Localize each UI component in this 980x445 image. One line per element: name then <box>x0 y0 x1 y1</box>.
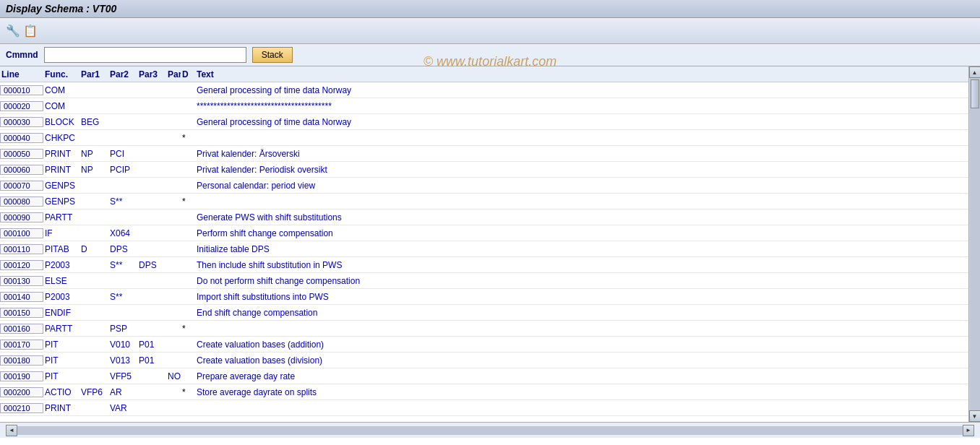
cell-line: 000110 <box>0 244 43 254</box>
cell-func: GENPS <box>43 196 79 207</box>
bottom-bar: ◄ ► <box>0 422 980 438</box>
col-header-text: Text <box>195 69 968 79</box>
cell-func: PIT <box>43 371 79 381</box>
cell-func: GENPS <box>43 181 79 191</box>
cell-line: 000030 <box>0 117 43 127</box>
table-row[interactable]: 000020 COM *****************************… <box>0 98 968 114</box>
cell-func: ACTIO <box>43 387 79 397</box>
cmd-bar: Cmmnd Stack <box>0 44 980 66</box>
table-row[interactable]: 000210 PRINT VAR <box>0 400 968 416</box>
cell-text: Import shift substitutions into PWS <box>195 292 968 302</box>
cell-func: PIT <box>43 355 79 366</box>
cell-line: 000180 <box>0 355 43 366</box>
cell-d: * <box>181 324 195 334</box>
cell-func: PARTT <box>43 212 79 222</box>
table-row[interactable]: 000200 ACTIO VFP6 AR * Store average day… <box>0 384 968 400</box>
title-bar: Display Schema : VT00 <box>0 0 980 18</box>
cell-text: Initialize table DPS <box>195 244 968 254</box>
cell-func: ENDIF <box>43 308 79 318</box>
cell-par2: S** <box>108 196 137 207</box>
table-row[interactable]: 000010 COM General processing of time da… <box>0 82 968 98</box>
table-row[interactable]: 000050 PRINT NP PCI Privat kalender: Års… <box>0 146 968 162</box>
cell-par2: V013 <box>108 355 137 366</box>
cell-func: PRINT <box>43 165 79 175</box>
cell-par2: AR <box>108 387 137 397</box>
scroll-up-arrow[interactable]: ▲ <box>969 66 981 78</box>
table-row[interactable]: 000190 PIT VFP5 NOAB Prepare average day… <box>0 368 968 384</box>
scroll-down-arrow[interactable]: ▼ <box>969 410 981 422</box>
cell-par1: VFP6 <box>79 387 108 397</box>
cell-par2: PSP <box>108 324 137 334</box>
toolbar: 🔧 📋 <box>0 18 980 44</box>
cell-text: **************************************** <box>195 101 968 111</box>
table-row[interactable]: 000100 IF X064 Perform shift change comp… <box>0 225 968 241</box>
cell-par2: PCIP <box>108 165 137 175</box>
cell-text: Do not perform shift change compensation <box>195 276 968 286</box>
cell-text: General processing of time data Norway <box>195 117 968 127</box>
cell-text: Privat kalender: Årsoverski <box>195 149 968 159</box>
cell-line: 000140 <box>0 292 43 302</box>
table-row[interactable]: 000070 GENPS Personal calendar: period v… <box>0 178 968 194</box>
table-row[interactable]: 000140 P2003 S** Import shift substituti… <box>0 289 968 305</box>
cell-func: ELSE <box>43 276 79 286</box>
table-row[interactable]: 000150 ENDIF End shift change compensati… <box>0 305 968 321</box>
table-row[interactable]: 000030 BLOCK BEG General processing of t… <box>0 114 968 130</box>
cell-par3: DPS <box>137 260 166 270</box>
cell-func: PITAB <box>43 244 79 254</box>
cell-par2: VAR <box>108 403 137 413</box>
cell-line: 000060 <box>0 165 43 175</box>
cell-func: PARTT <box>43 324 79 334</box>
table-row[interactable]: 000180 PIT V013 P01 Create valuation bas… <box>0 353 968 368</box>
cell-line: 000070 <box>0 181 43 191</box>
cell-par3: P01 <box>137 355 166 366</box>
cell-func: PRINT <box>43 403 79 413</box>
cmd-input[interactable] <box>44 47 246 63</box>
cell-func: BLOCK <box>43 117 79 127</box>
scroll-thumb-vertical[interactable] <box>971 79 979 108</box>
cell-func: PIT <box>43 340 79 350</box>
cell-par2: DPS <box>108 244 137 254</box>
cell-line: 000120 <box>0 260 43 270</box>
table-row[interactable]: 000120 P2003 S** DPS Then include shift … <box>0 257 968 273</box>
cmd-label: Cmmnd <box>6 50 38 60</box>
table-row[interactable]: 000130 ELSE Do not perform shift change … <box>0 273 968 289</box>
cell-text: Generate PWS with shift substitutions <box>195 212 968 222</box>
scrollbar-right[interactable]: ▲ ▼ <box>968 66 980 422</box>
bottom-scroll-right[interactable]: ► <box>963 425 974 436</box>
cell-line: 000100 <box>0 228 43 238</box>
table-row[interactable]: 000170 PIT V010 P01 Create valuation bas… <box>0 337 968 353</box>
cell-text: Privat kalender: Periodisk oversikt <box>195 165 968 175</box>
cell-line: 000210 <box>0 403 43 413</box>
table-row[interactable]: 000090 PARTT Generate PWS with shift sub… <box>0 209 968 225</box>
bottom-scroll-left[interactable]: ◄ <box>6 425 17 436</box>
col-header-line: Line <box>0 69 43 79</box>
scroll-track-vertical <box>970 78 980 410</box>
cell-par2: S** <box>108 292 137 302</box>
cell-text: Create valuation bases (division) <box>195 355 968 366</box>
cell-par2: PCI <box>108 149 137 159</box>
data-table: 000010 COM General processing of time da… <box>0 82 968 416</box>
table-row[interactable]: 000110 PITAB D DPS Initialize table DPS <box>0 241 968 257</box>
stack-button[interactable]: Stack <box>252 47 293 63</box>
cell-text: Prepare average day rate <box>195 371 968 381</box>
column-header: Line Func. Par1 Par2 Par3 Par4 D Text <box>0 66 968 82</box>
cell-line: 000200 <box>0 387 43 397</box>
cell-line: 000130 <box>0 276 43 286</box>
cell-line: 000090 <box>0 212 43 222</box>
table-row[interactable]: 000040 CHKPC * <box>0 130 968 146</box>
table-row[interactable]: 000160 PARTT PSP * <box>0 321 968 337</box>
cell-func: IF <box>43 228 79 238</box>
cell-par2: X064 <box>108 228 137 238</box>
cell-func: P2003 <box>43 260 79 270</box>
col-header-func: Func. <box>43 69 79 79</box>
cell-par1: NP <box>79 149 108 159</box>
col-header-par1: Par1 <box>79 69 108 79</box>
table-row[interactable]: 000060 PRINT NP PCIP Privat kalender: Pe… <box>0 162 968 178</box>
cell-func: PRINT <box>43 149 79 159</box>
cell-text: Personal calendar: period view <box>195 181 968 191</box>
cell-func: COM <box>43 85 79 95</box>
table-row[interactable]: 000080 GENPS S** * <box>0 194 968 209</box>
col-header-par3: Par3 <box>137 69 166 79</box>
cell-func: P2003 <box>43 292 79 302</box>
col-header-par4: Par4 <box>166 69 181 79</box>
